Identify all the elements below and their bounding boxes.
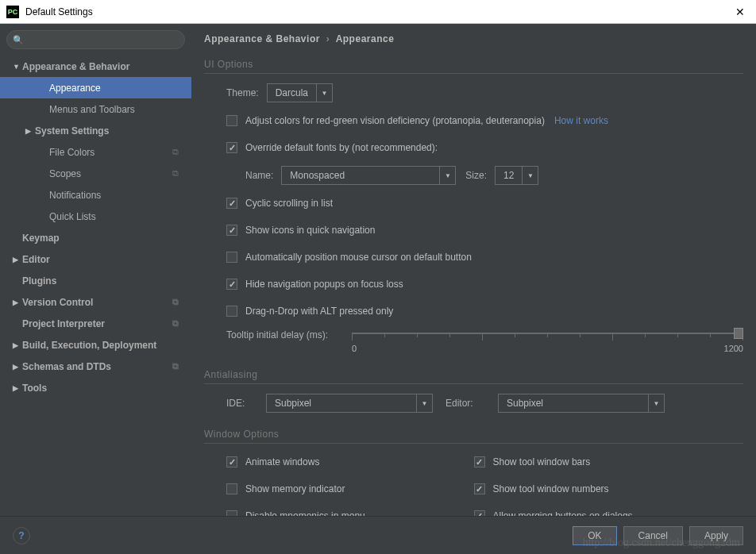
copy-icon: ⧉: [172, 168, 179, 179]
tree-arrow-icon: ▶: [25, 127, 35, 135]
tree-arrow-icon: ▶: [13, 256, 22, 264]
section-ui-options: UI Options: [204, 59, 743, 74]
sidebar-item-label: Schemas and DTDs: [22, 361, 111, 372]
sidebar-item[interactable]: Project Interpreter⧉: [0, 313, 191, 334]
window-title: Default Settings: [25, 6, 731, 17]
chevron-down-icon[interactable]: ▼: [648, 394, 664, 412]
font-size-select[interactable]: 12▼: [495, 166, 538, 185]
tree-arrow-icon: ▶: [13, 298, 22, 306]
copy-icon: ⧉: [172, 147, 179, 157]
sidebar: 🔍 ▼Appearance & BehaviorAppearanceMenus …: [0, 24, 191, 516]
sidebar-item-label: Plugins: [22, 275, 56, 287]
sidebar-item-label: System Settings: [35, 125, 109, 137]
sidebar-item-label: Appearance & Behavior: [22, 61, 129, 72]
sidebar-item-label: Notifications: [49, 190, 101, 201]
tool-bars-checkbox[interactable]: [474, 456, 485, 467]
font-size-label: Size:: [465, 170, 487, 181]
sidebar-item-label: Tools: [22, 383, 47, 394]
sidebar-item-label: Menus and Toolbars: [49, 104, 135, 115]
sidebar-item[interactable]: Appearance: [0, 77, 191, 98]
cancel-button[interactable]: Cancel: [623, 526, 683, 545]
sidebar-item[interactable]: Plugins: [0, 270, 191, 291]
adjust-colors-label: Adjust colors for red-green vision defic…: [245, 115, 545, 126]
sidebar-item[interactable]: Notifications: [0, 184, 191, 206]
tooltip-delay-label: Tooltip initial delay (ms):: [226, 329, 328, 340]
sidebar-item-label: Quick Lists: [49, 211, 96, 222]
sidebar-item-label: Editor: [22, 254, 50, 265]
sidebar-item[interactable]: ▶Version Control⧉: [0, 291, 191, 313]
tool-numbers-checkbox[interactable]: [474, 483, 485, 494]
chevron-down-icon[interactable]: ▼: [316, 84, 332, 102]
tooltip-delay-slider[interactable]: 01200: [352, 329, 743, 353]
sidebar-item[interactable]: Menus and Toolbars: [0, 98, 191, 120]
sidebar-item[interactable]: ▶Schemas and DTDs⧉: [0, 356, 191, 377]
theme-select[interactable]: Darcula▼: [267, 83, 333, 102]
aa-ide-label: IDE:: [226, 398, 258, 409]
show-icons-checkbox[interactable]: [226, 225, 237, 236]
chevron-down-icon[interactable]: ▼: [522, 167, 538, 184]
titlebar: PC Default Settings ✕: [0, 0, 756, 24]
sidebar-item[interactable]: ▶Editor: [0, 248, 191, 270]
sidebar-item-label: File Colors: [49, 147, 94, 158]
sidebar-item[interactable]: Scopes⧉: [0, 163, 191, 184]
sidebar-item[interactable]: ▶System Settings: [0, 120, 191, 141]
adjust-colors-checkbox[interactable]: [226, 115, 237, 126]
merge-buttons-checkbox[interactable]: [474, 510, 485, 516]
app-icon: PC: [6, 6, 19, 18]
theme-label: Theme:: [226, 87, 259, 98]
aa-editor-label: Editor:: [446, 398, 490, 409]
content-panel: Appearance & Behavior › Appearance UI Op…: [191, 24, 756, 516]
aa-editor-select[interactable]: Subpixel▼: [498, 394, 665, 413]
tree-arrow-icon: ▶: [13, 384, 22, 392]
chevron-down-icon[interactable]: ▼: [439, 167, 455, 184]
section-window-options: Window Options: [204, 429, 743, 444]
memory-checkbox[interactable]: [226, 483, 237, 494]
tree-arrow-icon: ▶: [13, 341, 22, 349]
cyclic-checkbox[interactable]: [226, 198, 237, 209]
tree-arrow-icon: ▼: [13, 63, 22, 71]
sidebar-item[interactable]: Keymap: [0, 227, 191, 248]
apply-button[interactable]: Apply: [689, 526, 743, 545]
override-fonts-label: Override default fonts by (not recommend…: [245, 142, 438, 153]
sidebar-item[interactable]: ▶Tools: [0, 377, 191, 398]
ok-button[interactable]: OK: [573, 526, 616, 545]
auto-mouse-checkbox[interactable]: [226, 252, 237, 263]
footer: ? OK Cancel Apply: [0, 516, 756, 554]
slider-thumb[interactable]: [734, 328, 743, 339]
breadcrumb: Appearance & Behavior › Appearance: [204, 33, 743, 44]
sidebar-item-label: Keymap: [22, 233, 60, 244]
sidebar-item[interactable]: File Colors⧉: [0, 141, 191, 163]
copy-icon: ⧉: [172, 318, 179, 329]
help-button[interactable]: ?: [13, 527, 30, 544]
search-icon: 🔍: [13, 35, 24, 45]
copy-icon: ⧉: [172, 361, 179, 371]
override-fonts-checkbox[interactable]: [226, 142, 237, 153]
sidebar-item-label: Version Control: [22, 297, 93, 308]
sidebar-item[interactable]: ▼Appearance & Behavior: [0, 56, 191, 77]
search-input[interactable]: [6, 30, 185, 49]
settings-tree: ▼Appearance & BehaviorAppearanceMenus an…: [0, 56, 191, 516]
hide-nav-checkbox[interactable]: [226, 279, 237, 290]
sidebar-item[interactable]: ▶Build, Execution, Deployment: [0, 334, 191, 356]
close-icon[interactable]: ✕: [731, 6, 750, 18]
font-name-label: Name:: [245, 170, 273, 181]
aa-ide-select[interactable]: Subpixel▼: [266, 394, 433, 413]
chevron-down-icon[interactable]: ▼: [416, 394, 432, 412]
sidebar-item-label: Scopes: [49, 168, 81, 179]
font-name-select[interactable]: Monospaced▼: [281, 166, 456, 185]
how-it-works-link[interactable]: How it works: [554, 115, 608, 126]
drag-alt-checkbox[interactable]: [226, 306, 237, 317]
sidebar-item-label: Project Interpreter: [22, 318, 105, 329]
sidebar-item-label: Build, Execution, Deployment: [22, 340, 156, 351]
mnemonics-checkbox[interactable]: [226, 510, 237, 516]
sidebar-item-label: Appearance: [49, 83, 101, 94]
copy-icon: ⧉: [172, 297, 179, 307]
sidebar-item[interactable]: Quick Lists: [0, 206, 191, 227]
animate-checkbox[interactable]: [226, 456, 237, 467]
section-antialiasing: Antialiasing: [204, 369, 743, 384]
tree-arrow-icon: ▶: [13, 363, 22, 371]
